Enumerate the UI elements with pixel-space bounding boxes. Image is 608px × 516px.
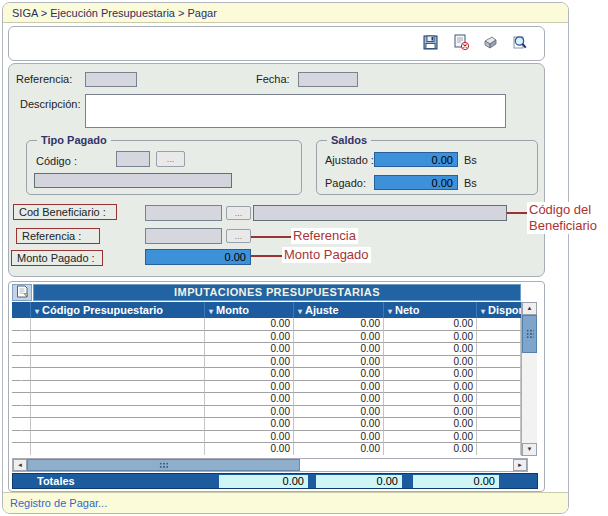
fecha-input[interactable]	[298, 72, 358, 87]
cell-ajuste: 0.00	[294, 318, 384, 331]
referencia2-input[interactable]	[145, 228, 222, 244]
cell-disponible	[477, 406, 521, 419]
cell-neto: 0.00	[384, 393, 477, 406]
annotation-referencia: Referencia	[291, 228, 358, 244]
header-ajuste[interactable]: ▾Ajuste	[294, 302, 384, 318]
annotation-line-cod-beneficiario	[507, 212, 527, 214]
cell-monto: 0.00	[205, 318, 294, 331]
cell-ajuste: 0.00	[294, 368, 384, 381]
cell-ajuste: 0.00	[294, 356, 384, 369]
cell-codigo-presupuestario	[31, 343, 205, 356]
cell-codigo-presupuestario	[31, 431, 205, 444]
cell-ajuste: 0.00	[294, 331, 384, 344]
referencia-input[interactable]	[85, 72, 137, 87]
ajustado-field: 0.00	[374, 152, 458, 167]
trash-icon	[17, 355, 26, 367]
cod-beneficiario-browse-button[interactable]: ...	[226, 206, 251, 220]
cod-beneficiario-input[interactable]	[145, 205, 222, 221]
save-cancel-button[interactable]	[451, 34, 470, 53]
save-icon	[422, 34, 439, 54]
scroll-up-button[interactable]: ▲	[522, 302, 537, 315]
cell-monto: 0.00	[205, 356, 294, 369]
payment-form: Referencia: Fecha: Descripción: Tipo Pag…	[8, 63, 545, 277]
cell-ajuste: 0.00	[294, 343, 384, 356]
save-cancel-icon	[452, 33, 470, 54]
saldos-legend: Saldos	[327, 134, 371, 146]
status-bar: Registro de Pagar...	[3, 492, 568, 513]
cell-monto: 0.00	[205, 418, 294, 431]
ajustado-unit: Bs	[464, 154, 477, 166]
vertical-scrollbar[interactable]: ▲ ▼	[521, 302, 537, 456]
trash-icon	[17, 380, 26, 392]
table-row: 0.00 0.00 0.00	[12, 418, 521, 431]
delete-row-button[interactable]	[12, 393, 31, 406]
save-button[interactable]	[421, 34, 440, 53]
search-button[interactable]	[511, 34, 530, 53]
table-row: 0.00 0.00 0.00	[12, 381, 521, 394]
referencia2-browse-button[interactable]: ...	[226, 229, 251, 243]
scroll-down-button[interactable]: ▼	[522, 443, 537, 456]
delete-row-button[interactable]	[12, 381, 31, 394]
table-row: 0.00 0.00 0.00	[12, 331, 521, 344]
delete-row-button[interactable]	[12, 431, 31, 444]
saldos-fieldset: Saldos Ajustado : 0.00 Bs Pagado: 0.00 B…	[316, 140, 538, 195]
table-row: 0.00 0.00 0.00	[12, 343, 521, 356]
cell-neto: 0.00	[384, 381, 477, 394]
table-row: 0.00 0.00 0.00	[12, 318, 521, 331]
monto-pagado-field[interactable]: 0.00	[145, 249, 251, 265]
cell-monto: 0.00	[205, 331, 294, 344]
cell-disponible	[477, 318, 521, 331]
vertical-scroll-thumb[interactable]	[522, 315, 537, 353]
delete-row-button[interactable]	[12, 356, 31, 369]
screen: SIGA > Ejecución Presupuestaria > Pagar	[0, 0, 608, 516]
cell-neto: 0.00	[384, 406, 477, 419]
cell-monto: 0.00	[205, 381, 294, 394]
cell-monto: 0.00	[205, 406, 294, 419]
delete-row-button[interactable]	[12, 443, 31, 455]
table-row: 0.00 0.00 0.00	[12, 406, 521, 419]
delete-row-button[interactable]	[12, 406, 31, 419]
cell-neto: 0.00	[384, 356, 477, 369]
scroll-left-button[interactable]: ◄	[13, 459, 27, 471]
codigo-input[interactable]	[116, 151, 150, 167]
header-disponible[interactable]: ▾Disponible	[477, 302, 521, 318]
cell-codigo-presupuestario	[31, 418, 205, 431]
total-neto: 0.00	[413, 475, 499, 488]
table-row: 0.00 0.00 0.00	[12, 368, 521, 381]
delete-row-button[interactable]	[12, 368, 31, 381]
delete-row-button[interactable]	[12, 331, 31, 344]
cell-codigo-presupuestario	[31, 331, 205, 344]
delete-button[interactable]	[481, 34, 500, 53]
status-text[interactable]: Registro de Pagar...	[10, 497, 107, 509]
imputaciones-panel: IMPUTACIONES PRESUPUESTARIAS ▾Código Pre…	[8, 281, 545, 492]
codigo-browse-button[interactable]: ...	[156, 151, 185, 167]
search-icon	[512, 34, 529, 54]
trash-icon	[17, 330, 26, 342]
ajustado-label: Ajustado :	[325, 154, 374, 166]
delete-row-button[interactable]	[12, 318, 31, 331]
cell-codigo-presupuestario	[31, 406, 205, 419]
delete-row-button[interactable]	[12, 418, 31, 431]
grip-icon	[159, 462, 169, 469]
scroll-right-button[interactable]: ►	[513, 459, 527, 471]
header-monto[interactable]: ▾Monto	[205, 302, 294, 318]
cell-ajuste: 0.00	[294, 393, 384, 406]
header-neto[interactable]: ▾Neto	[384, 302, 477, 318]
trash-icon	[17, 418, 26, 430]
horizontal-scrollbar[interactable]: ◄ ►	[12, 458, 528, 472]
descripcion-textarea[interactable]	[85, 94, 506, 128]
cell-monto: 0.00	[205, 443, 294, 455]
referencia-label: Referencia:	[16, 73, 72, 85]
cell-codigo-presupuestario	[31, 368, 205, 381]
cell-ajuste: 0.00	[294, 431, 384, 444]
horizontal-scroll-thumb[interactable]	[27, 459, 300, 471]
tipo-pagado-nombre-field	[34, 173, 232, 188]
header-codigo-presupuestario[interactable]: ▾Código Presupuestario	[31, 302, 205, 318]
pagado-field: 0.00	[374, 175, 458, 190]
note-icon	[16, 285, 28, 300]
note-cell[interactable]	[12, 284, 32, 301]
cell-ajuste: 0.00	[294, 443, 384, 455]
trash-icon	[17, 405, 26, 417]
sort-icon: ▾	[481, 307, 485, 316]
delete-row-button[interactable]	[12, 343, 31, 356]
